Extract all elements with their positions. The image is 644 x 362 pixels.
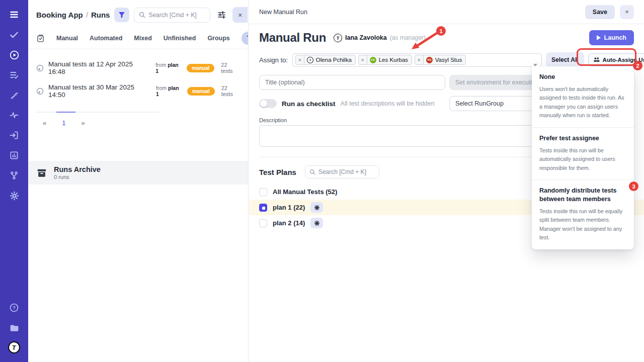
- runs-tabs: Manual Automated Mixed Unfinished Groups…: [28, 28, 248, 49]
- auto-assign-users-button[interactable]: Auto-Assign Users: [588, 53, 644, 66]
- search-icon: [139, 12, 145, 18]
- gear-icon: [314, 220, 320, 226]
- settings-gear-icon[interactable]: [8, 189, 21, 202]
- help-icon[interactable]: ?: [8, 301, 21, 314]
- run-status-icon: [36, 64, 44, 72]
- run-as-checklist-toggle[interactable]: [259, 99, 277, 108]
- assignees-multiselect[interactable]: × TOlena Pchilka × LKLes Kurbas × VSVasy…: [292, 53, 542, 67]
- run-title-row: Manual Run T Iana Zavoloka (as manager) …: [259, 30, 634, 45]
- remove-assignee-button[interactable]: ×: [415, 55, 424, 64]
- archive-title: Runs Archive: [54, 165, 101, 174]
- run-owner: T Iana Zavoloka (as manager): [334, 34, 426, 42]
- analytics-icon[interactable]: [8, 149, 21, 162]
- window-title: New Manual Run: [259, 9, 307, 16]
- remove-assignee-button[interactable]: ×: [296, 55, 304, 64]
- new-run-header: New Manual Run Save ×: [249, 0, 644, 24]
- tab-manual[interactable]: Manual: [56, 35, 78, 42]
- svg-text:?: ?: [13, 305, 16, 310]
- play-icon: [597, 35, 601, 40]
- projects-folder-icon[interactable]: [8, 321, 21, 334]
- run-title-input[interactable]: [259, 75, 445, 90]
- app-sidebar: ? T: [0, 0, 28, 362]
- logo-letter: T: [8, 341, 21, 354]
- funnel-icon: [118, 12, 125, 19]
- filter-button[interactable]: [114, 8, 129, 22]
- archive-count: 0 runs: [54, 174, 101, 180]
- tab-automated[interactable]: Automated: [90, 35, 122, 42]
- runs-panel: Booking App / Runs × Manual A: [28, 0, 249, 362]
- users-group-icon: [593, 57, 600, 63]
- run-row[interactable]: Manual tests at 30 Mar 2025 14:50 from p…: [36, 83, 240, 99]
- run-source: from plan 1: [156, 85, 183, 97]
- pagination-active-indicator: [56, 112, 75, 113]
- avatar: VS: [426, 57, 433, 63]
- runs-archive-row[interactable]: Runs Archive 0 runs: [28, 161, 248, 185]
- test-plans-heading: Test Plans: [259, 168, 296, 176]
- view-settings-button[interactable]: [215, 9, 228, 22]
- run-status-icon: [36, 87, 44, 95]
- run-tests-count: 22 tests: [221, 62, 240, 74]
- breadcrumb-page: Runs: [91, 11, 110, 19]
- launch-button[interactable]: Launch: [589, 30, 634, 45]
- import-icon[interactable]: [8, 129, 21, 142]
- plan-checkbox[interactable]: [259, 188, 267, 196]
- assignee-name: Vasyl Stus: [435, 57, 462, 63]
- runs-search-input[interactable]: [148, 12, 205, 19]
- pagination: « 1 »: [36, 112, 159, 127]
- select-runs-icon[interactable]: [36, 34, 45, 43]
- test-plans-search-input[interactable]: [318, 168, 375, 175]
- test-plans-search[interactable]: [305, 165, 379, 178]
- plan-checkbox[interactable]: [259, 219, 267, 227]
- rungroup-select[interactable]: Select RunGroup: [449, 96, 542, 111]
- remove-assignee-button[interactable]: ×: [359, 55, 367, 64]
- pagination-page-1[interactable]: 1: [62, 119, 65, 127]
- description-textarea[interactable]: [259, 125, 542, 147]
- assignee-chip: × VSVasyl Stus: [415, 55, 466, 65]
- tab-to-review[interactable]: To Review: [242, 32, 249, 45]
- menu-icon[interactable]: [8, 8, 21, 21]
- breadcrumb-project[interactable]: Booking App: [36, 11, 83, 19]
- sliders-icon: [217, 11, 226, 19]
- owner-role: (as manager): [390, 34, 426, 41]
- dropdown-option-prefer-assignee[interactable]: Prefer test assignee Tests inside this r…: [532, 127, 634, 179]
- owner-avatar: T: [333, 33, 343, 43]
- assign-label: Assign to:: [259, 56, 288, 64]
- tab-groups[interactable]: Groups: [207, 35, 229, 42]
- plans-list-check-icon[interactable]: [8, 68, 21, 81]
- environment-input[interactable]: [449, 75, 542, 90]
- pagination-next-button[interactable]: »: [81, 119, 85, 127]
- pagination-prev-button[interactable]: «: [43, 119, 46, 127]
- breadcrumb-separator: /: [86, 11, 88, 19]
- plan-settings-button[interactable]: [310, 218, 323, 228]
- runs-play-icon[interactable]: [8, 48, 21, 61]
- dropdown-option-none[interactable]: None Users won't be automatically assign…: [532, 66, 634, 127]
- branch-icon[interactable]: [8, 169, 21, 182]
- account-logo[interactable]: T: [8, 341, 21, 354]
- run-tests-count: 22 tests: [221, 85, 240, 97]
- run-type-badge: manual: [187, 87, 215, 96]
- plan-checkbox-checked[interactable]: [259, 204, 267, 212]
- runs-search[interactable]: [134, 8, 210, 23]
- owner-name: Iana Zavoloka: [345, 34, 387, 41]
- steps-icon[interactable]: [8, 88, 21, 102]
- save-button[interactable]: Save: [585, 5, 615, 19]
- tab-mixed[interactable]: Mixed: [134, 35, 151, 42]
- runs-panel-header: Booking App / Runs ×: [28, 0, 248, 28]
- assignee-name: Les Kurbas: [379, 57, 408, 63]
- pulse-icon[interactable]: [8, 109, 21, 122]
- close-editor-button[interactable]: ×: [620, 5, 634, 19]
- plan-settings-button[interactable]: [310, 202, 323, 213]
- checklist-label: Run as checklist: [282, 100, 336, 108]
- search-icon: [309, 169, 315, 175]
- dropdown-option-randomly-distribute[interactable]: Randomly distribute tests between team m…: [532, 179, 634, 249]
- avatar: LK: [370, 57, 376, 63]
- checklist-hint: All test descriptions will be hidden: [341, 100, 435, 107]
- run-source: from plan 1: [155, 62, 182, 74]
- select-all-button[interactable]: Select All: [546, 52, 584, 67]
- run-title: Manual tests at 12 Apr 2025 16:48: [48, 60, 149, 75]
- panel-close-button[interactable]: ×: [232, 7, 248, 23]
- tab-unfinished[interactable]: Unfinished: [164, 35, 196, 42]
- tests-check-icon[interactable]: [8, 28, 21, 41]
- run-row[interactable]: Manual tests at 12 Apr 2025 16:48 from p…: [36, 60, 240, 75]
- runs-list: Manual tests at 12 Apr 2025 16:48 from p…: [28, 49, 248, 99]
